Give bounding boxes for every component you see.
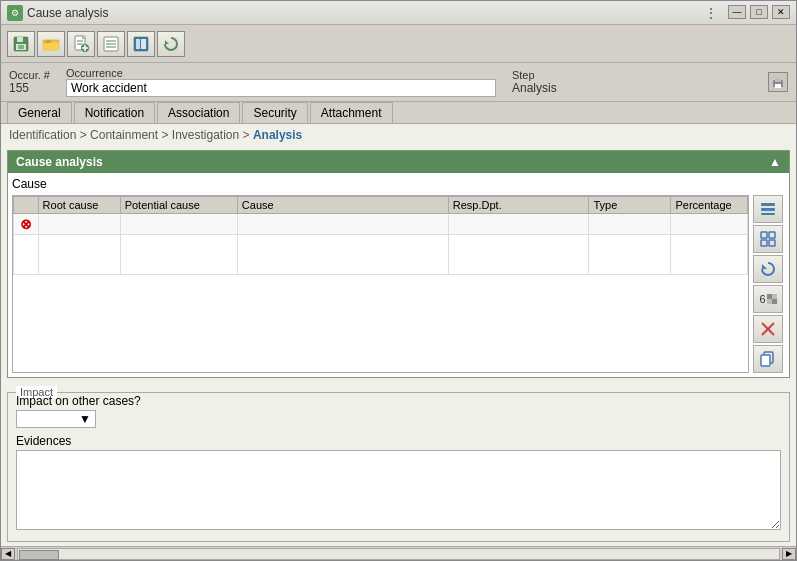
svg-rect-5 [43, 43, 59, 50]
title-bar-left: ⚙ Cause analysis [7, 5, 108, 21]
occur-value: 155 [9, 81, 50, 95]
breadcrumb-item-2: Containment [90, 128, 158, 142]
grid-view-button[interactable] [753, 225, 783, 253]
occurrence-input[interactable] [66, 79, 496, 97]
col-potential-cause: Potential cause [120, 197, 237, 214]
horizontal-scrollbar[interactable]: ◀ ▶ [1, 546, 796, 560]
view-list-button[interactable] [753, 195, 783, 223]
list-button[interactable] [97, 31, 125, 57]
tab-association[interactable]: Association [157, 102, 240, 123]
svg-rect-32 [772, 299, 777, 304]
tab-general[interactable]: General [7, 102, 72, 123]
impact-inner: Impact on other cases? ▼ Evidences [16, 394, 781, 533]
book-button[interactable] [127, 31, 155, 57]
empty-row [14, 235, 748, 275]
title-bar-controls: ⋮ — □ ✕ [704, 5, 790, 21]
save-button[interactable] [7, 31, 35, 57]
cause-label: Cause [12, 177, 785, 191]
col-percentage: Percentage [671, 197, 748, 214]
occurrence-label: Occurrence [66, 67, 496, 79]
cause-action-buttons: 6 [753, 195, 785, 373]
new-button[interactable] [67, 31, 95, 57]
cause-table-wrapper: Root cause Potential cause Cause Resp.Dp… [12, 195, 785, 373]
tab-security[interactable]: Security [242, 102, 307, 123]
col-root-cause: Root cause [38, 197, 120, 214]
impact-question-label: Impact on other cases? [16, 394, 781, 408]
scroll-right-button[interactable]: ▶ [782, 548, 796, 560]
refresh-table-button[interactable] [753, 255, 783, 283]
minimize-button[interactable]: — [728, 5, 746, 19]
svg-rect-24 [761, 208, 775, 211]
type-cell[interactable] [589, 214, 671, 235]
svg-marker-19 [165, 40, 169, 44]
svg-rect-38 [761, 355, 770, 366]
svg-rect-17 [136, 39, 140, 49]
svg-rect-3 [18, 45, 24, 49]
svg-rect-18 [141, 39, 146, 49]
impact-section: Impact Impact on other cases? ▼ Evidence… [7, 386, 790, 542]
open-button[interactable] [37, 31, 65, 57]
delete-cell: ⊗ [14, 214, 39, 235]
impact-dropdown[interactable]: ▼ [16, 410, 96, 428]
window-title: Cause analysis [27, 6, 108, 20]
main-window: ⚙ Cause analysis ⋮ — □ ✕ [0, 0, 797, 561]
number-label: 6 [759, 293, 765, 305]
svg-rect-22 [775, 84, 781, 88]
scroll-thumb[interactable] [19, 550, 59, 560]
potential-cause-cell[interactable] [120, 214, 237, 235]
title-bar: ⚙ Cause analysis ⋮ — □ ✕ [1, 1, 796, 25]
breadcrumb-sep-1: > [80, 128, 90, 142]
root-cause-cell[interactable] [38, 214, 120, 235]
evidences-label: Evidences [16, 434, 781, 448]
resp-dpt-cell[interactable] [448, 214, 589, 235]
svg-rect-29 [769, 240, 775, 246]
cause-table: Root cause Potential cause Cause Resp.Dp… [12, 195, 749, 373]
table-row: ⊗ [14, 214, 748, 235]
more-options-icon[interactable]: ⋮ [704, 5, 718, 21]
evidences-textarea[interactable] [16, 450, 781, 530]
svg-rect-25 [761, 213, 775, 215]
breadcrumb-current: Analysis [253, 128, 302, 142]
impact-dropdown-value [21, 412, 24, 426]
cause-analysis-box: Cause analysis ▲ Cause Root cause Potent… [7, 150, 790, 378]
main-content: Cause analysis ▲ Cause Root cause Potent… [1, 146, 796, 546]
cause-analysis-title: Cause analysis [16, 155, 103, 169]
step-label: Step [512, 69, 557, 81]
cause-section: Cause Root cause Potential cause Cause R… [8, 173, 789, 377]
printer-icon[interactable] [768, 72, 788, 92]
step-field: Step Analysis [512, 69, 557, 95]
svg-rect-34 [767, 299, 772, 304]
clear-button[interactable] [753, 315, 783, 343]
copy-button[interactable] [753, 345, 783, 373]
tabs-bar: General Notification Association Securit… [1, 102, 796, 124]
step-value: Analysis [512, 81, 557, 95]
breadcrumb-sep-3: > [243, 128, 253, 142]
svg-rect-26 [761, 232, 767, 238]
close-button[interactable]: ✕ [772, 5, 790, 19]
number-button[interactable]: 6 [753, 285, 783, 313]
svg-rect-31 [767, 294, 772, 299]
delete-row-button[interactable]: ⊗ [20, 216, 32, 232]
window-icon: ⚙ [7, 5, 23, 21]
svg-marker-30 [762, 264, 767, 269]
svg-rect-1 [17, 37, 23, 42]
tab-attachment[interactable]: Attachment [310, 102, 393, 123]
scroll-left-button[interactable]: ◀ [1, 548, 15, 560]
header-section: Occur. # 155 Occurrence Step Analysis [1, 63, 796, 102]
col-delete [14, 197, 39, 214]
refresh-button[interactable] [157, 31, 185, 57]
tab-notification[interactable]: Notification [74, 102, 155, 123]
svg-rect-23 [761, 203, 775, 206]
scroll-track[interactable] [17, 548, 780, 560]
percentage-cell[interactable] [671, 214, 748, 235]
cause-cell[interactable] [237, 214, 448, 235]
occur-label: Occur. # [9, 69, 50, 81]
svg-rect-21 [775, 78, 781, 82]
occurrence-field: Occurrence [66, 67, 496, 97]
maximize-button[interactable]: □ [750, 5, 768, 19]
collapse-icon[interactable]: ▲ [769, 155, 781, 169]
svg-rect-28 [761, 240, 767, 246]
dropdown-arrow-icon: ▼ [79, 412, 91, 426]
breadcrumb-item-1: Identification [9, 128, 76, 142]
svg-rect-27 [769, 232, 775, 238]
